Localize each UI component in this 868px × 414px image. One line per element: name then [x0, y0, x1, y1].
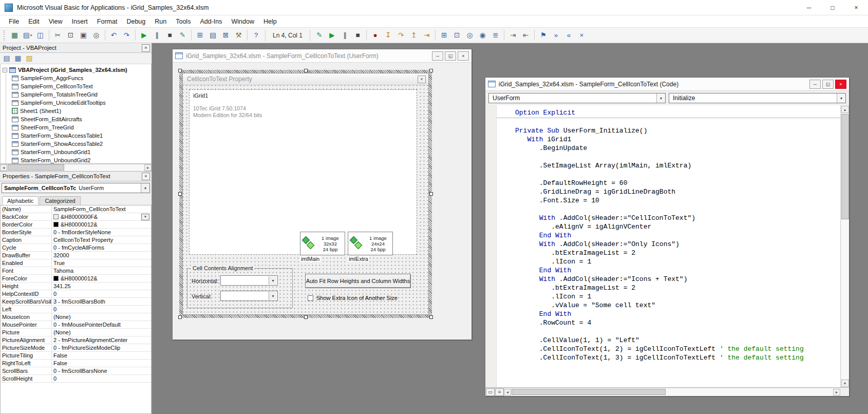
code-line[interactable]: With iGrid1	[515, 136, 840, 144]
code-line[interactable]: Option Explicit	[515, 109, 840, 118]
code-line[interactable]: End With	[515, 310, 840, 319]
code-line[interactable]: .lIcon = 1	[515, 293, 840, 302]
bookmark-next-button[interactable]: »	[550, 29, 562, 42]
project-explorer-button[interactable]: ⊞	[194, 29, 206, 42]
imagelist-imlMain[interactable]: 1 image 32x32 24 bpp imlMain	[300, 232, 345, 262]
break-button[interactable]: ∥	[150, 29, 163, 42]
property-row-ScrollBars[interactable]: ScrollBars0 - fmScrollBarsNone	[1, 367, 151, 375]
run-sub-userform-button[interactable]: ▶	[326, 29, 338, 42]
code-horizontal-scrollbar[interactable]: ◂ ▸	[504, 388, 840, 396]
property-row-PictureAlignment[interactable]: PictureAlignment2 - fmPictureAlignmentCe…	[1, 336, 151, 344]
selection-handle-n[interactable]	[304, 69, 308, 72]
object-dropdown[interactable]: UserForm ▾	[488, 93, 666, 103]
code-line[interactable]	[515, 171, 840, 179]
call-stack-button[interactable]: ≣	[489, 29, 502, 42]
property-value[interactable]: True	[52, 259, 151, 267]
tab-categorized[interactable]: Categorized	[40, 196, 80, 205]
property-value[interactable]: 0 - fmMousePointerDefault	[52, 321, 151, 328]
property-value[interactable]: &H80000012&	[52, 221, 151, 228]
project-item-SampleFormCellIconToText[interactable]: SampleForm_CellIconToText	[1, 82, 151, 90]
property-row-HelpContextID[interactable]: HelpContextID0	[1, 290, 151, 298]
property-row-Name[interactable]: (Name)SampleForm_CellIconToText	[1, 205, 151, 213]
code-line[interactable]: End With	[515, 232, 840, 240]
code-line[interactable]	[515, 205, 840, 214]
project-item-SampleFormTotalsInTreeGrid[interactable]: SampleForm_TotalsInTreeGrid	[1, 90, 151, 99]
checkbox-icon[interactable]	[308, 295, 313, 301]
outdent-button[interactable]: ⇤	[519, 29, 532, 42]
userform-caption[interactable]: CellIconToText Property ×	[183, 73, 428, 85]
scroll-left-button[interactable]: ◂	[0, 164, 7, 171]
property-row-MousePointer[interactable]: MousePointer0 - fmMousePointerDefault	[1, 321, 151, 329]
designer-restore-button[interactable]: ◱	[445, 51, 456, 61]
code-line[interactable]: .eAlignV = igAlignVCenter	[515, 223, 840, 232]
step-into-button[interactable]: ↧	[382, 29, 394, 42]
procedure-dropdown[interactable]: Initialize ▾	[669, 93, 846, 103]
design-mode-button[interactable]: ✎	[176, 29, 189, 42]
property-value[interactable]: 0	[52, 290, 151, 297]
step-out-button[interactable]: ↥	[407, 29, 420, 42]
code-close-button[interactable]: ×	[835, 80, 846, 89]
redo-button[interactable]: ↷	[120, 29, 133, 42]
toolbar-grip[interactable]	[4, 30, 6, 41]
code-line[interactable]: With .AddCol(sHeader:="CellIconToText")	[515, 214, 840, 223]
property-row-KeepScrollBarsVisible[interactable]: KeepScrollBarsVisible3 - fmScrollBarsBot…	[1, 298, 151, 306]
project-item-SheetFormTreeGrid[interactable]: SheetForm_TreeGrid	[1, 123, 151, 131]
scroll-right-button[interactable]: ▸	[144, 164, 152, 171]
property-row-Height[interactable]: Height341.25	[1, 283, 151, 290]
property-value[interactable]: (None)	[52, 329, 151, 336]
tab-alphabetic[interactable]: Alphabetic	[2, 196, 39, 205]
properties-object-dropdown[interactable]: SampleForm_CellIconToTc UserForm ▾	[2, 183, 150, 193]
code-line[interactable]: .Font.Size = 10	[515, 197, 840, 205]
project-horizontal-scrollbar[interactable]: ◂ ▸	[0, 164, 152, 171]
menu-edit[interactable]: Edit	[24, 16, 44, 27]
selection-handle-se[interactable]	[429, 315, 433, 319]
property-row-BackColor[interactable]: BackColor&H8000000F&▾	[1, 213, 151, 221]
property-row-DrawBuffer[interactable]: DrawBuffer32000	[1, 252, 151, 259]
project-panel-header[interactable]: Project - VBAProject ×	[0, 43, 152, 53]
code-line[interactable]	[515, 153, 840, 162]
selection-handle-sw[interactable]	[178, 315, 182, 319]
project-item-SampleFormAggrFuncs[interactable]: SampleForm_AggrFuncs	[1, 74, 151, 82]
property-value[interactable]: 2 - fmPictureAlignmentCenter	[52, 336, 151, 344]
property-row-Caption[interactable]: CaptionCellIconToText Property	[1, 236, 151, 244]
property-dropdown-button[interactable]: ▾	[141, 214, 149, 220]
selection-handle-ne[interactable]	[429, 69, 433, 72]
property-value[interactable]: 0 - fmBorderStyleNone	[52, 229, 151, 236]
scrollbar-thumb[interactable]	[512, 389, 666, 395]
reset-button[interactable]: ■	[163, 29, 176, 42]
property-value[interactable]: &H8000000F&▾	[52, 213, 151, 220]
properties-window-button[interactable]: ▤	[206, 29, 219, 42]
view-object-button[interactable]: ▦	[12, 53, 24, 64]
code-line[interactable]: .lIcon = 1	[515, 258, 840, 267]
view-excel-button[interactable]: ▦	[8, 29, 21, 42]
selection-border[interactable]: CellIconToText Property × iGrid1 10Tec i…	[179, 70, 432, 318]
menu-run[interactable]: Run	[150, 16, 171, 27]
break-alt-button[interactable]: ∥	[338, 29, 351, 42]
code-line[interactable]: .vValue = "Some cell text"	[515, 302, 840, 310]
cut-button[interactable]: ✂	[51, 29, 64, 42]
imagelist-imlExtra[interactable]: 1 image 24x24 24 bpp imlExtra	[348, 232, 393, 262]
scroll-left-button[interactable]: ◂	[504, 389, 511, 396]
property-value[interactable]: 0 - fmPictureSizeModeClip	[52, 344, 151, 351]
property-row-Cycle[interactable]: Cycle0 - fmCycleAllForms	[1, 244, 151, 252]
property-row-Picture[interactable]: Picture(None)	[1, 329, 151, 336]
scroll-up-button[interactable]: ▴	[841, 106, 849, 113]
code-line[interactable]: .CellIconToText(1, 3) = igCellIconToText…	[515, 354, 840, 363]
menu-addins[interactable]: Add-Ins	[195, 16, 227, 27]
project-item-SheetFormEditAircrafts[interactable]: SheetForm_EditAircrafts	[1, 115, 151, 123]
tree-expander-icon[interactable]: −	[3, 68, 7, 72]
procedure-view-button[interactable]: ▭	[486, 388, 495, 396]
property-row-Left[interactable]: Left0	[1, 306, 151, 313]
app-maximize-button[interactable]: □	[821, 0, 844, 15]
properties-panel-close-button[interactable]: ×	[142, 173, 150, 180]
menu-debug[interactable]: Debug	[122, 16, 150, 27]
paste-button[interactable]: ▣	[77, 29, 90, 42]
designer-window[interactable]: iGrid_Samples_32x64.xlsm - SampleForm_Ce…	[172, 49, 472, 340]
code-line[interactable]: End With	[515, 267, 840, 275]
code-vertical-scrollbar[interactable]: ▴ ▾	[840, 105, 849, 387]
full-module-view-button[interactable]: ≡	[495, 388, 504, 396]
code-line[interactable]: .btExtraImageList = 2	[515, 249, 840, 258]
property-value[interactable]: SampleForm_CellIconToText	[52, 205, 151, 213]
toggle-breakpoint-button[interactable]: ●	[369, 29, 382, 42]
code-line[interactable]: .btExtraImageList = 2	[515, 284, 840, 293]
